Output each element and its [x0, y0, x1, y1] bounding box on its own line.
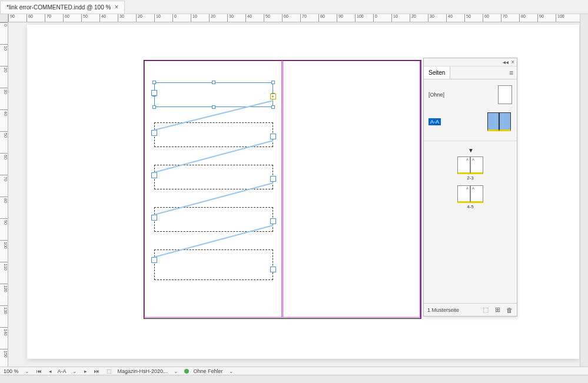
ruler-tick: 150 — [0, 349, 8, 351]
horizontal-scrollbar[interactable] — [0, 375, 588, 383]
selection-handle[interactable] — [152, 81, 156, 84]
last-page-icon[interactable]: ⏭ — [93, 368, 101, 374]
ruler-tick: 30 — [118, 14, 119, 22]
master-label: A-A — [428, 118, 441, 125]
ruler-tick: 0 — [172, 14, 174, 22]
selection-handle[interactable] — [271, 105, 275, 109]
zoom-dropdown-icon[interactable]: ⌄ — [24, 368, 31, 374]
ruler-tick: 100 — [556, 14, 557, 22]
vertical-scrollbar[interactable] — [580, 14, 588, 367]
thread-out-port[interactable] — [270, 134, 276, 139]
document-canvas[interactable]: ◂◂ × Seiten ≡ [Ohne] A-A ▼ — [8, 22, 580, 367]
master-thumb[interactable] — [487, 112, 512, 131]
first-page-icon[interactable]: ⏮ — [35, 368, 43, 374]
ruler-tick: 80 — [0, 197, 8, 198]
ruler-tick: 130 — [0, 305, 8, 307]
ruler-tick: 30 — [428, 14, 430, 22]
panel-tab-bar: Seiten ≡ — [424, 66, 517, 79]
ruler-tick: 60 — [0, 153, 8, 155]
page-dropdown-icon[interactable]: ⌄ — [71, 368, 78, 374]
ruler-tick: 70 — [45, 14, 46, 22]
ruler-tick: 20 — [410, 14, 411, 22]
selection-handle[interactable] — [271, 81, 275, 84]
thread-in-port[interactable] — [151, 215, 157, 221]
ruler-tick: 70 — [300, 14, 302, 22]
text-frame[interactable] — [154, 207, 273, 232]
master-a[interactable]: A-A — [428, 110, 512, 134]
spread-thumb[interactable]: 4-5 — [457, 185, 484, 209]
new-page-icon[interactable]: ⊞ — [493, 306, 501, 314]
ruler-tick: 50 — [264, 14, 265, 22]
edit-page-size-icon[interactable]: ⬚ — [481, 306, 490, 314]
ruler-tick: 80 — [318, 14, 320, 22]
ruler-tick: 50 — [0, 131, 8, 133]
vertical-ruler[interactable]: 0102030405060708090100110120130140150 — [0, 22, 8, 367]
thread-in-port[interactable] — [151, 130, 157, 136]
master-none[interactable]: [Ohne] — [428, 83, 512, 106]
selection-handle[interactable] — [212, 81, 215, 84]
selection-handle[interactable] — [152, 105, 156, 109]
preflight-status-icon — [184, 369, 189, 374]
ruler-tick: 10 — [154, 14, 156, 22]
ruler-tick: 70 — [0, 175, 8, 176]
page-spread[interactable] — [144, 60, 421, 319]
thread-out-port[interactable] — [270, 218, 276, 224]
pages-section: ▼ 2-3 4-5 — [424, 141, 517, 303]
text-frame[interactable] — [154, 82, 273, 107]
ruler-tick: 50 — [81, 14, 83, 22]
ruler-tick: 30 — [227, 14, 229, 22]
ruler-tick: 10 — [191, 14, 192, 22]
ruler-tick: 40 — [446, 14, 448, 22]
panel-menu-icon[interactable]: ≡ — [506, 69, 517, 77]
spread-thumb[interactable]: 2-3 — [457, 156, 484, 181]
ruler-tick: 60 — [483, 14, 484, 22]
prev-page-icon[interactable]: ◂ — [48, 368, 53, 374]
ruler-tick: 110 — [0, 262, 8, 264]
next-page-icon[interactable]: ▸ — [83, 368, 88, 374]
ruler-origin[interactable] — [0, 14, 8, 22]
ruler-tick: 80 — [26, 14, 28, 22]
delete-page-icon[interactable]: 🗑 — [505, 306, 513, 314]
open-dialog-icon[interactable]: ⬚ — [105, 368, 113, 374]
thread-in-port[interactable] — [151, 90, 157, 96]
ruler-tick: 90 — [0, 218, 8, 220]
ruler-tick: 90 — [537, 14, 539, 22]
pages-panel[interactable]: ◂◂ × Seiten ≡ [Ohne] A-A ▼ — [423, 58, 517, 317]
ruler-tick: 10 — [0, 44, 8, 46]
collapse-icon[interactable]: ◂◂ — [503, 59, 509, 65]
pages-tab[interactable]: Seiten — [424, 66, 450, 79]
doc-name[interactable]: Magazin-HsH-2020... — [118, 368, 168, 374]
master-thumb[interactable] — [498, 85, 512, 104]
spread-label: 2-3 — [467, 175, 474, 181]
masters-section: [Ohne] A-A — [424, 79, 517, 141]
preflight-dropdown-icon[interactable]: ⌄ — [228, 368, 235, 374]
thread-out-port[interactable] — [270, 94, 276, 99]
doc-dropdown-icon[interactable]: ⌄ — [172, 368, 180, 374]
zoom-level[interactable]: 100 % — [4, 368, 19, 374]
text-frame[interactable] — [154, 165, 273, 189]
panel-close-icon[interactable]: × — [511, 59, 514, 65]
thread-in-port[interactable] — [151, 172, 157, 178]
ruler-tick: 0 — [373, 14, 375, 22]
thread-out-port[interactable] — [270, 176, 276, 182]
ruler-tick: 90 — [337, 14, 338, 22]
ruler-tick: 140 — [0, 327, 8, 329]
panel-header: ◂◂ × — [424, 58, 517, 66]
page-indicator[interactable]: A-A — [58, 368, 67, 374]
horizontal-ruler[interactable]: 9080706050403020100102030405060708090100… — [8, 14, 580, 22]
text-frame[interactable] — [154, 249, 273, 280]
thread-out-port[interactable] — [270, 267, 276, 272]
ruler-tick: 40 — [245, 14, 247, 22]
ruler-tick: 20 — [0, 66, 8, 68]
close-icon[interactable]: × — [114, 3, 118, 11]
ruler-tick: 60 — [63, 14, 65, 22]
selection-handle[interactable] — [212, 105, 215, 109]
document-tab[interactable]: *link error-COMMENTED.indd @ 100 % × — [0, 1, 125, 14]
spread-label: 4-5 — [467, 204, 474, 209]
ruler-tick: 20 — [136, 14, 138, 22]
ruler-tick: 20 — [209, 14, 211, 22]
thread-in-port[interactable] — [151, 257, 157, 263]
preflight-text[interactable]: Ohne Fehler — [194, 368, 223, 374]
margin-guide-right — [283, 61, 420, 318]
ruler-tick: 40 — [0, 109, 8, 111]
